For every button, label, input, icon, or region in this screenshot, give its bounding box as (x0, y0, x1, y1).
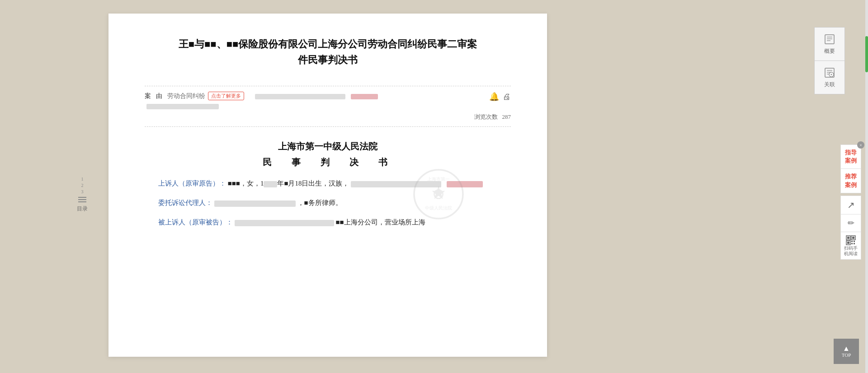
title-line1: 王■与■■、■■保险股份有限公司上海分公司劳动合同纠纷民事二审案 (145, 36, 511, 52)
svg-marker-4 (432, 186, 445, 199)
bell-icon[interactable]: 🔔 (489, 92, 499, 102)
case-type-value: 劳动合同纠纷 (167, 92, 205, 100)
svg-text:上海市第一: 上海市第一 (427, 177, 450, 182)
toc-numbers: 123 (81, 176, 84, 195)
guide-close-btn[interactable]: × (857, 141, 864, 149)
print-icon[interactable]: 🖨 (503, 92, 511, 102)
top-arrow-icon: ▲ (843, 345, 850, 352)
qr-icon (845, 235, 856, 246)
share-btn[interactable]: ↗ (840, 196, 861, 214)
doc-title: 王■与■■、■■保险股份有限公司上海分公司劳动合同纠纷民事二审案 件民事判决书 (145, 36, 511, 68)
left-sidebar[interactable]: 123 目录 (77, 176, 88, 213)
court-header: 上海市第一中级人民法院 民 事 判 决 书 (145, 140, 511, 168)
appellee-label: 被上诉人（原审被告）： (158, 219, 233, 226)
meta-left: 案 由 劳动合同纠纷 点击了解更多 (145, 92, 489, 109)
svg-rect-17 (847, 237, 849, 239)
right-sidebar: 概要 关联 (814, 27, 845, 94)
related-icon (823, 66, 836, 79)
guide-case-group: × 指导案例 推荐案例 (840, 145, 861, 193)
blurred-year (264, 181, 277, 187)
scroll-indicator (865, 0, 868, 373)
recommend-case-btn[interactable]: 推荐案例 (840, 168, 861, 193)
appellant-info: ■■■，女，1年■月18日出生，汉族， (228, 180, 349, 187)
top-label: TOP (842, 352, 851, 358)
toc-label: 目录 (77, 205, 88, 213)
meta-icons[interactable]: 🔔 🖨 (489, 92, 511, 102)
appellant-label: 上诉人（原审原告）： (158, 180, 226, 187)
blurred-extra (146, 104, 219, 109)
edit-icon: ✏ (848, 218, 854, 228)
scroll-thumb[interactable] (865, 36, 868, 72)
court-name: 上海市第一中级人民法院 (145, 140, 511, 153)
page-container: 123 目录 王■与■■、■■保险股份有限公司上海分公司劳动合同纠纷民事二审案 … (0, 14, 868, 357)
main-document: 王■与■■、■■保险股份有限公司上海分公司劳动合同纠纷民事二审案 件民事判决书 … (108, 14, 547, 357)
view-count-text: 浏览次数 287 (474, 113, 511, 121)
edit-btn[interactable]: ✏ (840, 214, 861, 232)
meta-case-row: 案 由 劳动合同纠纷 点击了解更多 (145, 92, 489, 100)
svg-rect-19 (852, 237, 854, 239)
court-seal: 上海市第一 中级人民法院 (411, 167, 466, 221)
blurred-appellee (235, 220, 334, 226)
guide-label: 指导案例 (845, 149, 857, 165)
learn-more-tag[interactable]: 点击了解更多 (208, 92, 244, 100)
view-count-row: 浏览次数 287 (145, 113, 511, 121)
related-label: 关联 (824, 81, 835, 89)
blurred-2 (351, 94, 378, 99)
case-label: 案 由 (145, 92, 167, 100)
share-icon: ↗ (847, 200, 855, 210)
overview-label: 概要 (824, 47, 835, 55)
svg-rect-21 (847, 242, 849, 244)
right-float-panel: × 指导案例 推荐案例 ↗ ✏ (840, 145, 861, 259)
toc-icon (78, 197, 86, 202)
svg-text:中级人民法院: 中级人民法院 (425, 205, 452, 210)
svg-rect-22 (851, 241, 853, 242)
sidebar-overview[interactable]: 概要 (814, 27, 845, 61)
sidebar-related[interactable]: 关联 (814, 61, 845, 94)
scan-btn[interactable]: 扫码手机阅读 (840, 232, 861, 260)
entrust-suffix: ，■务所律师。 (297, 199, 342, 206)
blurred-entrust1 (214, 200, 296, 207)
entrust-label: 委托诉讼代理人： (158, 199, 212, 206)
meta-right-col: 🔔 🖨 (489, 92, 511, 102)
guide-case-btn[interactable]: × 指导案例 (840, 145, 861, 169)
meta-extra-row (145, 104, 489, 109)
blurred-1 (255, 94, 345, 99)
doc-meta: 案 由 劳动合同纠纷 点击了解更多 (145, 86, 511, 127)
recommend-label: 推荐案例 (845, 173, 857, 189)
svg-rect-24 (851, 243, 853, 244)
scan-label: 扫码手机阅读 (843, 246, 859, 256)
svg-rect-25 (854, 243, 855, 244)
meta-top-row: 案 由 劳动合同纠纷 点击了解更多 (145, 92, 511, 109)
top-button[interactable]: ▲ TOP (834, 339, 859, 364)
title-line2: 件民事判决书 (145, 52, 511, 68)
svg-rect-23 (854, 241, 855, 242)
svg-rect-5 (825, 35, 834, 44)
overview-icon (823, 33, 836, 46)
